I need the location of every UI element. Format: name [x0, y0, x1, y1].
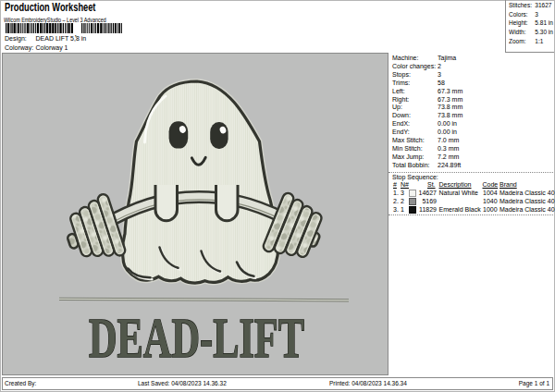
svg-text:DEAD-LIFT: DEAD-LIFT	[89, 306, 304, 369]
